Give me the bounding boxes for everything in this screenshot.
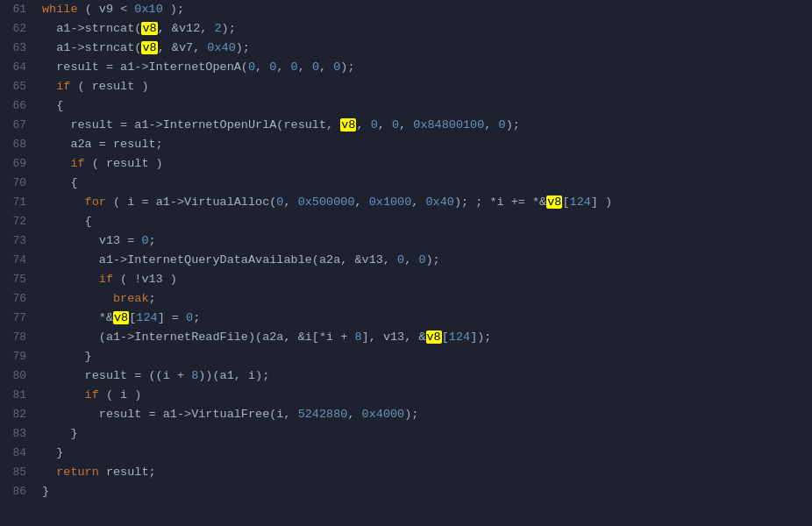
code-line: a1->InternetQueryDataAvailable(a2a, &v13… <box>42 251 812 270</box>
code-line: (a1->InternetReadFile)(a2a, &i[*i + 8], … <box>42 328 812 347</box>
line-number: 65 <box>0 77 26 96</box>
line-number: 70 <box>0 174 26 193</box>
code-line: v13 = 0; <box>42 231 812 251</box>
code-line: { <box>42 212 812 231</box>
line-number: 66 <box>0 96 26 116</box>
code-line: } <box>42 482 812 501</box>
line-number: 86 <box>0 482 26 501</box>
code-content: while ( v9 < 0x10 ); a1->strncat(v8, &v1… <box>33 0 812 526</box>
code-line: return result; <box>42 463 812 482</box>
code-line: } <box>42 424 812 444</box>
line-number: 74 <box>0 251 26 270</box>
code-line: while ( v9 < 0x10 ); <box>42 0 812 19</box>
code-line: for ( i = a1->VirtualAlloc(0, 0x500000, … <box>42 193 812 212</box>
line-number: 75 <box>0 270 26 289</box>
code-line: a1->strncat(v8, &v7, 0x40); <box>42 39 812 58</box>
line-number: 62 <box>0 19 26 39</box>
line-number: 81 <box>0 386 26 405</box>
line-number: 80 <box>0 366 26 386</box>
code-line: a2a = result; <box>42 135 812 154</box>
line-number: 64 <box>0 58 26 77</box>
code-line: } <box>42 444 812 463</box>
code-line: result = ((i + 8))(a1, i); <box>42 366 812 386</box>
code-viewer: 6162636465666768697071727374757677787980… <box>0 0 812 526</box>
code-line: if ( i ) <box>42 386 812 405</box>
code-line: if ( result ) <box>42 77 812 96</box>
line-number: 69 <box>0 154 26 174</box>
line-number: 61 <box>0 0 26 19</box>
code-line: { <box>42 174 812 193</box>
line-number: 68 <box>0 135 26 154</box>
code-line: a1->strncat(v8, &v12, 2); <box>42 19 812 39</box>
line-number: 76 <box>0 289 26 309</box>
line-number: 73 <box>0 231 26 251</box>
line-number: 84 <box>0 444 26 463</box>
code-line: } <box>42 347 812 366</box>
code-line: *&v8[124] = 0; <box>42 309 812 328</box>
line-number: 67 <box>0 116 26 135</box>
line-number: 63 <box>0 39 26 58</box>
line-number: 82 <box>0 405 26 424</box>
line-number: 79 <box>0 347 26 366</box>
code-line: if ( !v13 ) <box>42 270 812 289</box>
code-line: if ( result ) <box>42 154 812 174</box>
line-number: 83 <box>0 424 26 444</box>
code-line: { <box>42 96 812 116</box>
line-number: 77 <box>0 309 26 328</box>
line-number-gutter: 6162636465666768697071727374757677787980… <box>0 0 33 526</box>
line-number: 78 <box>0 328 26 347</box>
line-number: 85 <box>0 463 26 482</box>
line-number: 71 <box>0 193 26 212</box>
code-line: result = a1->InternetOpenUrlA(result, v8… <box>42 116 812 135</box>
code-line: result = a1->VirtualFree(i, 5242880, 0x4… <box>42 405 812 424</box>
code-line: result = a1->InternetOpenA(0, 0, 0, 0, 0… <box>42 58 812 77</box>
code-line: break; <box>42 289 812 309</box>
line-number: 72 <box>0 212 26 231</box>
